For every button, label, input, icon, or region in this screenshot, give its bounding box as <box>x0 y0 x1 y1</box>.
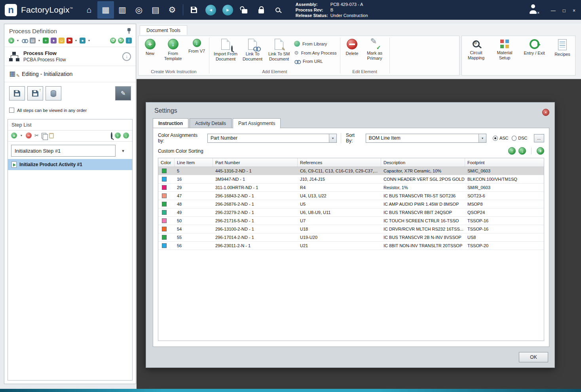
from-template-button[interactable]: ↓ From Template <box>161 39 185 61</box>
user-button[interactable]: × <box>528 4 538 15</box>
activity-item[interactable]: Initialize Product Activity #1 <box>8 159 132 170</box>
table-row[interactable]: 47 296-16843-2-ND - 1 U4, U13, U22 IC BU… <box>158 192 544 200</box>
process-flow-row[interactable]: Process Flow PCBA Process Flow ↓ <box>4 47 136 66</box>
print-dropdown[interactable]: ▾ <box>38 39 41 42</box>
home-button[interactable]: ⌂ <box>81 1 97 19</box>
delete-element-button[interactable]: Delete <box>344 39 361 56</box>
asc-radio[interactable] <box>493 136 498 141</box>
redo-button[interactable]: ↻ <box>118 38 124 44</box>
pin-icon[interactable] <box>127 28 131 34</box>
workflow-button[interactable]: ▥ <box>114 1 131 19</box>
link-to-sm-document-button[interactable]: ✎ Link To SM Document <box>266 39 292 62</box>
mark-as-primary-button[interactable]: ✎✓ Mark as Primary <box>363 39 386 61</box>
minimize-button[interactable]: — <box>551 8 556 13</box>
reports-button[interactable]: ▤ <box>147 1 164 19</box>
link-to-document-button[interactable]: Link To Document <box>241 39 264 62</box>
table-row[interactable]: 16 3M9447-ND - 1 J10, J14-J15 CONN HEADE… <box>158 175 544 184</box>
entry-exit-button[interactable]: Entry / Exit <box>521 39 548 56</box>
table-row[interactable]: 55 296-17014-2-ND - 1 U19-U20 IC BUS TRA… <box>158 233 544 242</box>
new-instruction-button[interactable]: + New <box>142 39 158 56</box>
sort-by-select[interactable]: BOM Line Item ▾ <box>366 134 486 143</box>
table-row[interactable]: 54 296-13100-2-ND - 1 U18 IC DRVR/RCVR M… <box>158 225 544 233</box>
zoom-button[interactable] <box>111 133 112 138</box>
add-process-dropdown[interactable]: ▾ <box>16 39 19 42</box>
step-name-input[interactable]: Initialization Step #1 <box>11 145 116 157</box>
cut-button[interactable]: ✂ <box>34 133 39 138</box>
undo-button[interactable]: ↺ <box>110 38 116 44</box>
titlebar: n FactoryLogix™ ⌂ ▦ ▥ ◎ ▤ ⚙ ◄ ► Assembly… <box>0 0 581 20</box>
table-row[interactable]: 5 445-1316-2-ND - 1 C6, C9-C11, C13, C16… <box>158 167 544 175</box>
from-library-button[interactable]: From Library <box>294 41 337 47</box>
back-button[interactable]: ◄ <box>205 5 216 15</box>
table-row[interactable]: 29 311-1.00HRTR-ND - 1 R4 Resistor, 1% S… <box>158 184 544 192</box>
from-url-button[interactable]: From URL <box>294 59 337 64</box>
column-header-footprint[interactable]: Footprint <box>465 158 544 167</box>
table-row[interactable]: 49 296-23279-2-ND - 1 U6, U8-U9, U11 IC … <box>158 208 544 217</box>
tab-part-assignments[interactable]: Part Assignments <box>233 118 281 128</box>
archive-instruction-button[interactable] <box>46 86 61 100</box>
add-step-button[interactable]: + <box>11 133 17 138</box>
color-assignments-select[interactable]: Part Number ▾ <box>207 134 337 143</box>
tab-document-tools[interactable]: Document Tools <box>140 25 187 35</box>
import-instruction-button[interactable]: ↑ <box>27 86 43 100</box>
move-step-down-button[interactable]: ↓ <box>123 133 129 138</box>
record-dropdown[interactable]: ▾ <box>87 39 91 42</box>
remove-step-button[interactable]: − <box>26 133 32 138</box>
save-instruction-button[interactable] <box>9 86 25 100</box>
add-step-dropdown[interactable]: ▾ <box>20 134 23 137</box>
add-process-button[interactable]: + <box>8 38 14 44</box>
from-v7-button[interactable]: ↓ From V7 <box>188 39 206 54</box>
tab-activity-details[interactable]: Activity Details <box>190 118 232 128</box>
process-editor-button[interactable]: ▦ <box>97 1 114 19</box>
move-step-up-button[interactable]: ↑ <box>115 133 121 138</box>
paste-button[interactable] <box>49 133 54 138</box>
column-header-references[interactable]: References <box>298 158 381 167</box>
import-from-document-button[interactable]: Import From Document <box>213 39 239 62</box>
record-button[interactable]: ● <box>80 38 85 44</box>
tab-instruction[interactable]: Instruction <box>153 118 188 128</box>
info-button[interactable]: i <box>126 38 132 44</box>
add-color-button[interactable]: + <box>537 147 544 155</box>
collapse-button[interactable]: ↓ <box>122 52 131 61</box>
close-button[interactable]: × <box>573 8 575 13</box>
color-swatch <box>162 169 167 173</box>
material-setup-button[interactable]: Material Setup <box>492 39 517 61</box>
link-icon[interactable] <box>22 39 27 42</box>
table-row[interactable]: 48 296-26876-2-ND - 1 U5 IC AMP AUDIO PW… <box>158 200 544 208</box>
move-color-down-button[interactable]: ↓ <box>518 147 526 155</box>
dsc-radio[interactable] <box>512 136 517 141</box>
edit-instruction-button[interactable]: ✎ <box>115 86 131 100</box>
column-header-description[interactable]: Description <box>381 158 465 167</box>
forward-button[interactable]: ► <box>222 5 233 15</box>
operator-button[interactable]: ☺ <box>59 38 65 44</box>
print-button[interactable]: ▤ <box>30 38 36 44</box>
from-any-process-button[interactable]: ⚙From Any Process <box>294 50 337 56</box>
process-flow-title: Process Flow <box>23 50 66 56</box>
flag-button[interactable]: ⚑ <box>66 38 72 44</box>
table-row[interactable]: 50 296-21716-5-ND - 1 U7 IC TOUCH SCREEN… <box>158 217 544 225</box>
unlock-button[interactable] <box>236 1 253 19</box>
any-order-checkbox[interactable] <box>9 108 14 113</box>
column-header-line-item[interactable]: Line Item <box>175 158 213 167</box>
step-collapse-button[interactable]: ▾ <box>117 145 129 157</box>
flag-dropdown[interactable]: ▾ <box>74 39 78 42</box>
save-button[interactable] <box>186 1 202 19</box>
maximize-button[interactable]: □ <box>563 8 566 13</box>
column-header-part-number[interactable]: Part Number <box>213 158 298 167</box>
table-row[interactable]: 56 296-23011-2-N - 1 U21 IC 8BIT NON-INV… <box>158 242 544 250</box>
recipes-button[interactable]: Recipes <box>552 39 573 57</box>
ok-button[interactable]: OK <box>519 352 548 362</box>
dialog-close-button[interactable]: × <box>542 109 549 116</box>
navigator-button[interactable]: ◎ <box>131 1 147 19</box>
circuit-mapping-button[interactable]: ⚙ Circuit Mapping <box>464 39 488 61</box>
color-swatch <box>162 177 167 182</box>
badge-button[interactable]: ♦ <box>51 38 57 44</box>
hierarchy-button[interactable]: + <box>43 38 49 44</box>
lock-button[interactable] <box>253 1 270 19</box>
copy-button[interactable] <box>42 133 46 138</box>
audit-search-button[interactable] <box>270 1 286 19</box>
move-color-up-button[interactable]: ↑ <box>508 147 516 155</box>
column-header-color[interactable]: Color <box>158 158 175 167</box>
settings-gear-button[interactable]: ⚙ <box>164 1 180 19</box>
more-options-button[interactable]: ... <box>534 134 544 142</box>
